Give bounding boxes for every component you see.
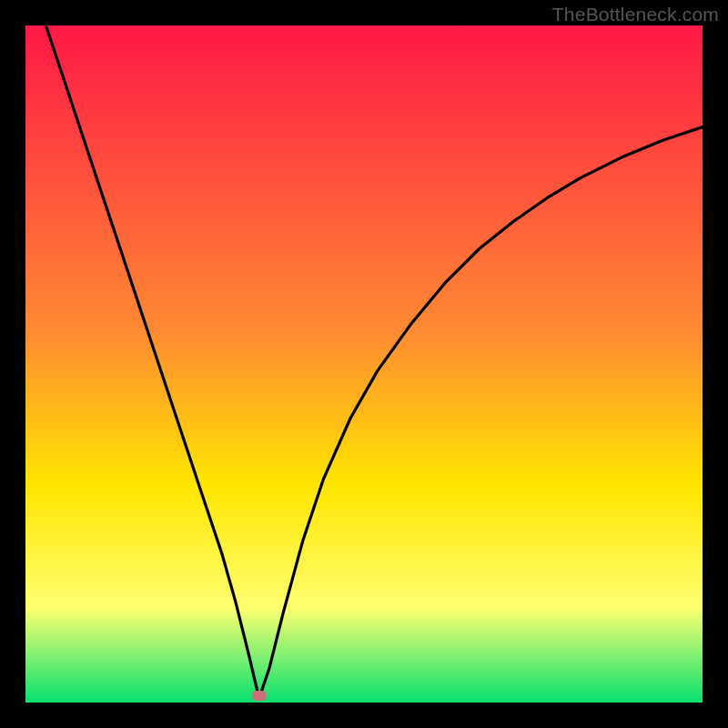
target-marker bbox=[252, 691, 267, 701]
watermark-text: TheBottleneck.com bbox=[552, 4, 719, 25]
chart-container: TheBottleneck.com bbox=[0, 0, 728, 728]
bottleneck-chart bbox=[0, 0, 728, 728]
plot-background bbox=[25, 25, 703, 703]
